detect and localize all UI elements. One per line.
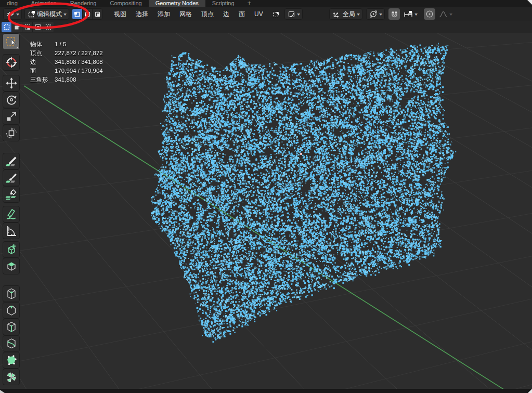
tool-loop-cut-button[interactable]: [3, 319, 20, 335]
select-mode-face-button[interactable]: [92, 9, 102, 19]
stats-label: 三角形: [30, 75, 55, 84]
tool-inset-faces-button[interactable]: [3, 285, 20, 302]
snap-settings-dropdown[interactable]: ▾: [400, 8, 420, 20]
edit-mode-icon: [28, 10, 35, 18]
chevron-down-icon: ▾: [449, 12, 452, 17]
selection-mode-intersect-button[interactable]: [43, 22, 54, 32]
chevron-down-icon: ▾: [297, 12, 300, 17]
transform-orientation-dropdown[interactable]: 全局 ▾: [329, 8, 362, 20]
workspace-tab-rendering[interactable]: Rendering: [63, 0, 103, 7]
tool-rotate-button[interactable]: [3, 91, 20, 108]
stats-row: 物体1 / 5: [30, 40, 103, 49]
stats-value: 341,808 / 341,808: [55, 58, 103, 67]
workspace-tab-bar: dingAnimationRenderingCompositingGeometr…: [0, 0, 532, 7]
orientation-axes-icon: [332, 10, 341, 18]
header-menus: 视图选择添加网格顶点边面UV: [109, 8, 268, 20]
menu-UV[interactable]: UV: [250, 9, 268, 19]
subtool-indicator: [16, 46, 18, 48]
tool-spin-button[interactable]: [3, 369, 20, 385]
menu-边[interactable]: 边: [218, 8, 234, 20]
tool-bevel-button[interactable]: [3, 302, 20, 319]
blender-window: dingAnimationRenderingCompositingGeometr…: [0, 0, 532, 393]
editor-3d-viewport-icon: [6, 10, 15, 18]
tool-extrude-region-button[interactable]: [3, 258, 20, 274]
stats-value: 170,904 / 170,904: [55, 67, 103, 75]
window-resize-corner-bottom-left[interactable]: [0, 390, 5, 393]
stats-row: 面170,904 / 170,904: [30, 67, 103, 75]
chevron-down-icon: ▾: [414, 12, 418, 17]
add-workspace-button[interactable]: +: [241, 0, 257, 7]
workspace-tab-animation[interactable]: Animation: [24, 0, 63, 7]
overlays-icon: [288, 10, 295, 18]
tool-add-cube-button[interactable]: [3, 241, 20, 258]
workspace-tab-scripting[interactable]: Scripting: [205, 0, 241, 7]
tool-measure-button[interactable]: [3, 222, 20, 239]
statistics-overlay: 物体1 / 5顶点227,872 / 227,872边341,808 / 341…: [30, 40, 103, 84]
menu-添加[interactable]: 添加: [153, 8, 175, 20]
stats-label: 物体: [30, 40, 55, 49]
tool-cursor-button[interactable]: [3, 54, 20, 71]
viewport-header: ▾ 编辑模式 ▾ 视图选择添加网格顶点边面UV ▾ 全局 ▾: [0, 7, 532, 21]
stats-row: 三角形341,808: [30, 75, 103, 84]
chevron-down-icon: ▾: [63, 12, 67, 17]
proportional-edit-toggle[interactable]: [424, 8, 435, 20]
falloff-curve-icon: [439, 10, 448, 18]
mode-label: 编辑模式: [37, 10, 62, 19]
viewport-canvas[interactable]: [0, 33, 532, 389]
menu-顶点[interactable]: 顶点: [197, 8, 218, 20]
tool-annotate-button[interactable]: [3, 206, 20, 222]
tool-select-box-button[interactable]: [3, 33, 20, 50]
stats-value: 1 / 5: [55, 40, 66, 49]
select-mode-group: [72, 8, 102, 20]
stats-label: 顶点: [30, 49, 55, 58]
overlays-dropdown[interactable]: ▾: [284, 8, 303, 20]
editor-type-dropdown[interactable]: ▾: [3, 8, 22, 20]
orientation-label: 全局: [343, 10, 355, 19]
window-resize-corner-bottom-right[interactable]: [528, 389, 532, 393]
pivot-point-icon: [369, 10, 378, 18]
workspace-tab-ding[interactable]: ding: [0, 0, 24, 7]
chevron-down-icon: ▾: [16, 12, 19, 17]
selection-mode-invert-button[interactable]: [33, 22, 43, 32]
proportional-falloff-dropdown[interactable]: ▾: [436, 8, 455, 20]
stats-value: 227,872 / 227,872: [55, 49, 103, 58]
stats-value: 341,808: [55, 75, 76, 84]
workspace-tab-compositing[interactable]: Compositing: [103, 0, 148, 7]
stats-row: 顶点227,872 / 227,872: [30, 49, 103, 58]
stats-label: 面: [30, 67, 55, 75]
menu-面[interactable]: 面: [234, 8, 250, 20]
status-strip: [0, 389, 532, 393]
menu-视图[interactable]: 视图: [109, 8, 131, 20]
mode-dropdown[interactable]: 编辑模式 ▾: [24, 8, 69, 20]
selection-mode-set-button[interactable]: [2, 22, 12, 32]
xray-toggle[interactable]: [270, 8, 282, 20]
menu-网格[interactable]: 网格: [175, 8, 197, 20]
chevron-down-icon: ▾: [357, 12, 360, 17]
tool-poly-build-button[interactable]: [3, 352, 20, 369]
workspace-tab-geometry-nodes[interactable]: Geometry Nodes: [149, 0, 205, 7]
select-mode-edge-button[interactable]: [82, 9, 92, 19]
snap-target-icon: [404, 10, 413, 18]
tool-knife-button[interactable]: [3, 335, 20, 352]
stats-row: 边341,808 / 341,808: [30, 58, 103, 67]
chevron-down-icon: ▾: [379, 12, 382, 17]
tool-settings-bar: [0, 21, 532, 33]
tool-fill-button[interactable]: [3, 186, 20, 203]
tool-draw-button[interactable]: [3, 153, 20, 169]
snap-toggle[interactable]: [388, 8, 400, 20]
menu-选择[interactable]: 选择: [131, 8, 153, 20]
tool-move-button[interactable]: [3, 75, 20, 91]
stats-label: 边: [30, 58, 55, 67]
tool-transform-button[interactable]: [3, 125, 20, 141]
select-mode-vertex-button[interactable]: [72, 9, 82, 19]
selection-mode-extend-button[interactable]: [12, 22, 22, 32]
window-resize-corner-top-right[interactable]: [527, 0, 532, 5]
tool-brush-button[interactable]: [3, 169, 20, 186]
tool-scale-button[interactable]: [3, 108, 20, 125]
selection-mode-subtract-button[interactable]: [22, 22, 33, 32]
pivot-point-dropdown[interactable]: ▾: [366, 8, 385, 20]
